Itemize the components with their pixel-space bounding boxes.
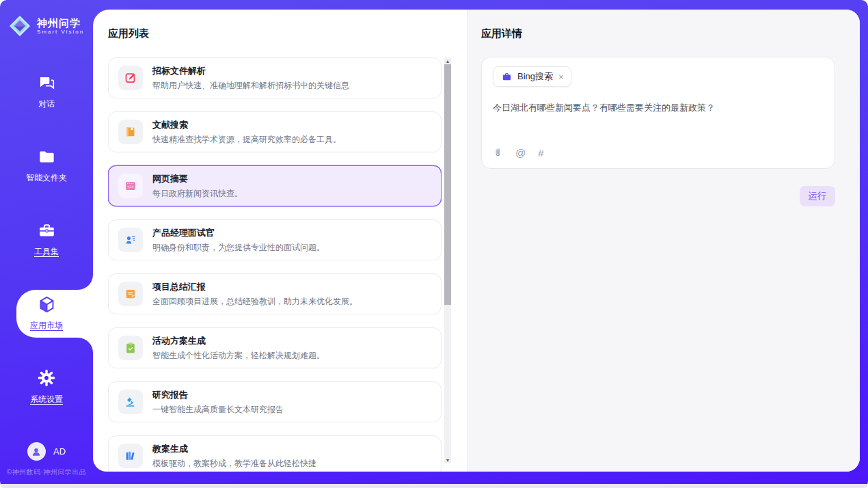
sidebar-item-label: 应用市场: [30, 320, 63, 331]
sidebar: 神州问学 Smart Vision 对话: [0, 0, 93, 484]
app-card-desc: 帮助用户快速、准确地理解和解析招标书中的关键信息: [152, 80, 349, 92]
run-button[interactable]: 运行: [800, 186, 835, 206]
book-icon: [118, 120, 143, 144]
browser-code-icon: </>: [118, 174, 143, 198]
prompt-input[interactable]: 今日湖北有哪些新闻要点？有哪些需要关注的最新政策？: [493, 102, 824, 114]
sidebar-item-label: 对话: [38, 98, 55, 110]
sidebar-item-smart-folders[interactable]: 智能文件夹: [0, 128, 93, 202]
sidebar-item-settings[interactable]: 系统设置: [0, 350, 93, 424]
app-card-list: 招标文件解析 帮助用户快速、准确地理解和解析招标书中的关键信息 文献搜索: [108, 57, 442, 472]
toolbox-icon: [38, 221, 56, 240]
user-initials: AD: [53, 446, 66, 457]
app-card-desc: 一键智能生成高质量长文本研究报告: [152, 404, 284, 416]
app-detail-section: 应用详情 Bing搜索 × 今日湖北有哪些新闻要点？有哪些需要关注的最新政策？: [467, 10, 860, 472]
scrollbar-thumb[interactable]: [444, 64, 451, 305]
hash-tag-icon[interactable]: #: [538, 147, 543, 159]
at-mention-icon[interactable]: @: [515, 147, 526, 159]
person-icon: [31, 446, 42, 457]
app-card-project-summary[interactable]: 项目总结汇报 全面回顾项目进展，总结经验教训，助力未来优化发展。: [108, 273, 442, 314]
brand-title: 神州问学: [37, 17, 84, 29]
app-list-section: 应用列表 招标文件解析 帮助用户快速、准确地理解和解析招标书中的关键信息: [93, 10, 467, 472]
sidebar-item-chat[interactable]: 对话: [0, 55, 93, 128]
edit-square-icon: [118, 66, 143, 90]
avatar: [27, 442, 46, 461]
sidebar-item-label: 智能文件夹: [26, 172, 67, 184]
app-card-desc: 全面回顾项目进展，总结经验教训，助力未来优化发展。: [152, 296, 357, 308]
clipboard-check-icon: [118, 336, 143, 360]
microscope-icon: [118, 390, 143, 414]
run-button-row: 运行: [481, 186, 835, 206]
app-card-desc: 模板驱动，教案秒成，教学准备从此轻松快捷: [152, 458, 316, 470]
sidebar-item-toolset[interactable]: 工具集: [0, 202, 93, 276]
app-list-title: 应用列表: [108, 27, 467, 40]
briefcase-icon: [502, 72, 512, 82]
user-profile[interactable]: AD: [0, 442, 93, 461]
sidebar-nav: 对话 智能文件夹: [0, 55, 93, 424]
app-detail-title: 应用详情: [481, 27, 835, 40]
sidebar-item-app-market[interactable]: 应用市场: [0, 276, 93, 350]
bubble-curve-top: [78, 275, 93, 290]
app-card-web-summary[interactable]: </> 网页摘要 每日政府新闻资讯快查。: [108, 165, 442, 206]
chat-icon: [38, 74, 56, 92]
diamond-logo-icon: [9, 15, 31, 37]
app-card-desc: 每日政府新闻资讯快查。: [152, 188, 243, 200]
paperclip-icon[interactable]: [493, 147, 503, 159]
close-icon[interactable]: ×: [558, 72, 564, 81]
app-list-scrollbar[interactable]: ▲ ▼: [444, 57, 451, 463]
gear-icon: [37, 368, 56, 388]
app-card-desc: 智能生成个性化活动方案，轻松解决规划难题。: [152, 350, 325, 362]
sidebar-footer-text: ©神州数码·神州问学出品: [0, 467, 93, 477]
note-icon: [118, 282, 143, 306]
folder-icon: [38, 148, 56, 166]
app-card-desc: 明确身份和职责，为您提供专业性的面试问题。: [152, 242, 325, 254]
app-card-pm-interviewer[interactable]: 产品经理面试官 明确身份和职责，为您提供专业性的面试问题。: [108, 219, 442, 260]
interview-icon: [118, 228, 143, 252]
sidebar-item-label: 工具集: [34, 246, 59, 258]
app-card-research-report[interactable]: 研究报告 一键智能生成高质量长文本研究报告: [108, 381, 442, 422]
app-card-title: 文献搜索: [152, 119, 341, 131]
content-panel: 应用列表 招标文件解析 帮助用户快速、准确地理解和解析招标书中的关键信息: [93, 10, 860, 472]
scrollbar-down-arrow-icon[interactable]: ▼: [444, 457, 451, 463]
brand-subtitle: Smart Vision: [37, 29, 84, 35]
composer-toolbar: @ #: [493, 147, 824, 160]
app-card-bid-parsing[interactable]: 招标文件解析 帮助用户快速、准确地理解和解析招标书中的关键信息: [108, 57, 442, 98]
app-card-title: 教案生成: [152, 443, 316, 455]
cube-icon: [38, 295, 56, 314]
app-card-title: 研究报告: [152, 389, 284, 401]
app-card-event-plan[interactable]: 活动方案生成 智能生成个性化活动方案，轻松解决规划难题。: [108, 327, 442, 368]
prompt-composer: Bing搜索 × 今日湖北有哪些新闻要点？有哪些需要关注的最新政策？ @ #: [481, 57, 835, 169]
app-card-lesson-plan[interactable]: 教案生成 模板驱动，教案秒成，教学准备从此轻松快捷: [108, 435, 442, 472]
app-card-title: 网页摘要: [152, 173, 243, 185]
app-background: 神州问学 Smart Vision 对话: [0, 0, 868, 488]
app-card-title: 招标文件解析: [152, 65, 349, 77]
tool-chip-bing-search[interactable]: Bing搜索 ×: [493, 66, 571, 87]
app-card-desc: 快速精准查找学术资源，提高研究效率的必备工具。: [152, 134, 341, 146]
app-card-title: 活动方案生成: [152, 335, 325, 347]
brand-logo: 神州问学 Smart Vision: [0, 0, 93, 37]
app-card-title: 项目总结汇报: [152, 281, 357, 293]
svg-text:</>: </>: [127, 185, 135, 189]
app-card-literature-search[interactable]: 文献搜索 快速精准查找学术资源，提高研究效率的必备工具。: [108, 111, 442, 152]
scrollbar-up-arrow-icon[interactable]: ▲: [444, 57, 451, 64]
app-card-title: 产品经理面试官: [152, 227, 325, 239]
tool-chip-label: Bing搜索: [517, 70, 553, 83]
books-icon: [118, 444, 143, 468]
sidebar-item-label: 系统设置: [30, 394, 63, 405]
bottom-strip: [0, 484, 868, 488]
